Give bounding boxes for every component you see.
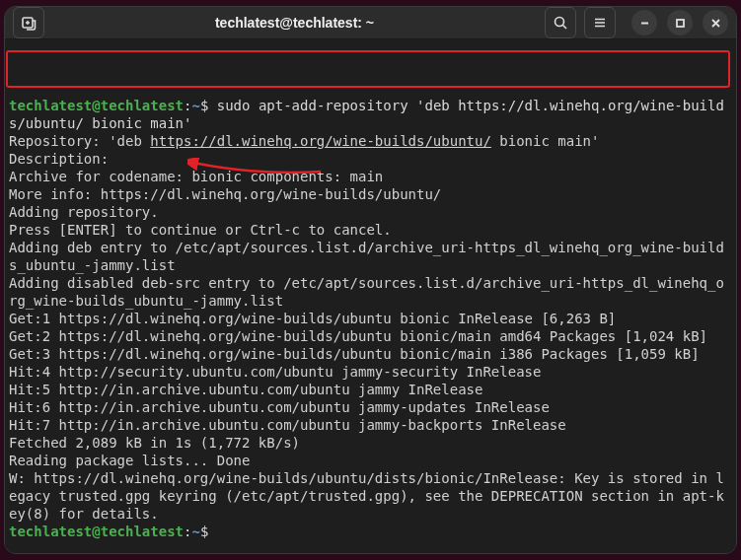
output-line: Hit:6 http://in.archive.ubuntu.com/ubunt… — [9, 399, 550, 415]
prompt-line-2: techlatest@techlatest:~$ — [9, 524, 208, 539]
maximize-icon — [675, 18, 686, 29]
window-title: techlatest@techlatest: ~ — [52, 15, 537, 31]
prompt-user-host: techlatest@techlatest — [9, 524, 184, 539]
command-highlight-annotation — [6, 50, 730, 88]
search-icon — [553, 15, 568, 31]
output-line: Description: — [9, 151, 109, 167]
output-line: Reading package lists... Done — [9, 453, 250, 468]
output-line: More info: https://dl.winehq.org/wine-bu… — [9, 186, 441, 202]
terminal-window: techlatest@techlatest: ~ techlatest@tech… — [4, 6, 737, 554]
search-button[interactable] — [545, 7, 576, 38]
window-controls — [631, 10, 728, 35]
prompt-user-host: techlatest@techlatest — [9, 98, 184, 113]
minimize-button[interactable] — [631, 10, 657, 35]
output-line: Adding disabled deb-src entry to /etc/ap… — [9, 275, 724, 309]
prompt-path: ~ — [191, 524, 199, 539]
new-tab-button[interactable] — [13, 7, 44, 38]
menu-button[interactable] — [584, 7, 616, 38]
output-line: Get:3 https://dl.winehq.org/wine-builds/… — [9, 346, 700, 362]
output-line: Hit:5 http://in.archive.ubuntu.com/ubunt… — [9, 382, 482, 397]
output-line: Press [ENTER] to continue or Ctrl-c to c… — [9, 222, 392, 238]
close-icon — [710, 18, 721, 29]
output-line: Hit:4 http://security.ubuntu.com/ubuntu … — [9, 364, 541, 380]
close-button[interactable] — [703, 10, 728, 35]
output-line: Adding repository. — [9, 204, 159, 220]
menu-icon — [592, 15, 608, 31]
output-line: Repository: 'deb https://dl.winehq.org/w… — [9, 133, 599, 149]
output-line: Fetched 2,089 kB in 1s (1,772 kB/s) — [9, 435, 300, 451]
output-line: Archive for codename: bionic components:… — [9, 169, 383, 184]
output-line: Get:1 https://dl.winehq.org/wine-builds/… — [9, 311, 616, 326]
output-line: Hit:7 http://in.archive.ubuntu.com/ubunt… — [9, 417, 566, 433]
titlebar: techlatest@techlatest: ~ — [5, 7, 736, 39]
prompt-path: ~ — [191, 98, 199, 113]
output-line: Adding deb entry to /etc/apt/sources.lis… — [9, 240, 724, 273]
output-line: W: https://dl.winehq.org/wine-builds/ubu… — [9, 470, 724, 522]
output-line: Get:2 https://dl.winehq.org/wine-builds/… — [9, 328, 707, 344]
new-tab-icon — [21, 15, 37, 31]
svg-point-1 — [556, 18, 564, 27]
minimize-icon — [639, 18, 650, 29]
repo-url-link[interactable]: https://dl.winehq.org/wine-builds/ubuntu… — [150, 133, 491, 149]
prompt-line-1: techlatest@techlatest:~$ sudo apt-add-re… — [9, 98, 724, 131]
maximize-button[interactable] — [667, 10, 693, 35]
svg-rect-2 — [677, 20, 684, 27]
terminal-body[interactable]: techlatest@techlatest:~$ sudo apt-add-re… — [5, 39, 736, 554]
